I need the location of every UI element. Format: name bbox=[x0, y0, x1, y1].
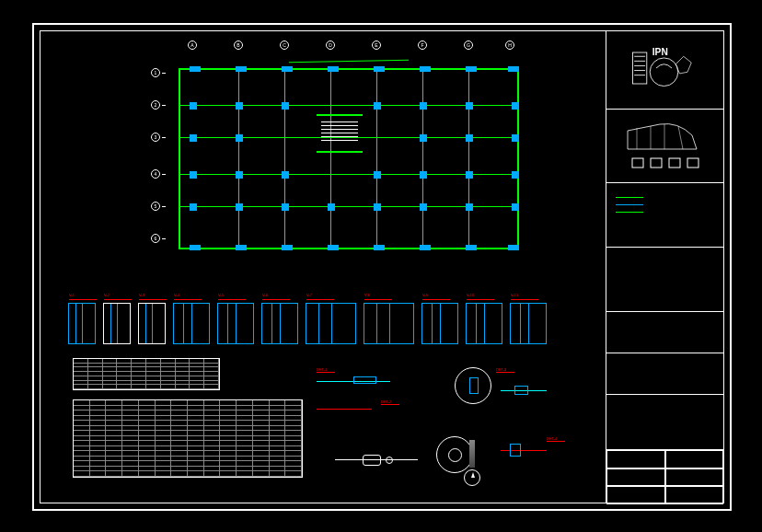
elev-label: V-1 bbox=[69, 293, 97, 300]
column bbox=[282, 66, 293, 72]
detail-box bbox=[514, 386, 528, 395]
column bbox=[236, 245, 247, 250]
tick bbox=[162, 73, 166, 74]
wall bbox=[179, 68, 180, 249]
column bbox=[374, 245, 385, 250]
elev-label: V-6 bbox=[262, 293, 290, 300]
schedule-table-2 bbox=[73, 399, 303, 478]
elev-label: V-2 bbox=[104, 293, 132, 300]
elevation: V-8 bbox=[364, 303, 414, 344]
elevation: V-2 bbox=[103, 303, 131, 344]
column bbox=[466, 66, 477, 72]
column bbox=[282, 102, 289, 110]
column bbox=[512, 102, 519, 110]
column bbox=[420, 134, 427, 142]
column bbox=[420, 102, 427, 110]
title-logo-cell: IPN bbox=[606, 31, 723, 110]
column bbox=[328, 66, 339, 72]
elevation: V-9 bbox=[421, 303, 458, 344]
detail-box bbox=[510, 444, 521, 457]
title-keyplan-cell bbox=[606, 110, 723, 183]
title-legend-cell bbox=[606, 183, 723, 248]
wall bbox=[422, 68, 423, 248]
elevations-row: V-1 V-2 V-3 V-4 V-5 V-6 V-7 V-8 V-9 V-10… bbox=[68, 289, 602, 344]
title-cell-5 bbox=[606, 312, 723, 353]
column bbox=[282, 203, 289, 211]
detail-section bbox=[469, 377, 479, 394]
tick bbox=[162, 174, 166, 175]
tick bbox=[162, 105, 166, 106]
wall bbox=[238, 68, 239, 248]
column bbox=[466, 134, 473, 142]
svg-rect-14 bbox=[669, 158, 680, 168]
grid-bubble: 3 bbox=[151, 133, 160, 142]
annotation: DET-2 bbox=[381, 399, 399, 405]
grid-bubble: 2 bbox=[151, 100, 160, 110]
column bbox=[466, 102, 473, 110]
elev-label: V-11 bbox=[511, 293, 538, 300]
annotation: DET-3 bbox=[496, 367, 514, 373]
elev-label: V-10 bbox=[467, 293, 494, 300]
elevation: V-11 bbox=[510, 303, 547, 344]
column bbox=[236, 171, 243, 179]
grid-bubble: 5 bbox=[151, 202, 160, 211]
grid-bubble: 1 bbox=[151, 68, 160, 77]
elevation: V-7 bbox=[306, 303, 356, 344]
column bbox=[190, 245, 201, 250]
elev-label: V-7 bbox=[306, 293, 334, 300]
column bbox=[512, 171, 519, 179]
svg-rect-0 bbox=[633, 52, 647, 84]
column bbox=[282, 171, 289, 179]
wall bbox=[330, 68, 331, 248]
grid-bubble: B bbox=[234, 40, 243, 50]
elevation: V-10 bbox=[466, 303, 502, 344]
drawing-area[interactable]: A B C D E F G H 1 2 3 4 5 6 bbox=[40, 31, 609, 503]
grid-bubble: G bbox=[464, 40, 473, 50]
svg-line-11 bbox=[678, 126, 683, 149]
logo-icon: IPN bbox=[625, 40, 703, 96]
legend-item bbox=[616, 212, 643, 213]
column bbox=[236, 102, 243, 110]
grid-bubble: C bbox=[280, 40, 289, 50]
detail-inner bbox=[448, 448, 462, 462]
svg-rect-15 bbox=[687, 158, 698, 168]
grid-bubble: E bbox=[372, 40, 381, 50]
column bbox=[236, 134, 243, 142]
column bbox=[190, 203, 197, 211]
elev-label: V-5 bbox=[218, 293, 246, 300]
wall bbox=[317, 114, 363, 116]
column bbox=[420, 203, 427, 211]
column bbox=[190, 134, 197, 142]
column bbox=[420, 66, 431, 72]
title-cell-4 bbox=[606, 248, 723, 312]
elevation: V-5 bbox=[217, 303, 254, 344]
column bbox=[236, 203, 243, 211]
column bbox=[328, 245, 339, 250]
stair bbox=[321, 119, 358, 146]
elevation: V-1 bbox=[68, 303, 96, 344]
detail-line bbox=[501, 450, 547, 451]
column bbox=[512, 134, 519, 142]
svg-rect-12 bbox=[632, 158, 643, 168]
column bbox=[466, 203, 473, 211]
column bbox=[466, 245, 477, 250]
column bbox=[420, 171, 427, 179]
title-cell-6 bbox=[606, 353, 723, 395]
title-block: IPN bbox=[606, 31, 723, 503]
wall bbox=[284, 68, 285, 248]
detail-box bbox=[353, 376, 376, 384]
column bbox=[374, 171, 381, 179]
mechanical-detail bbox=[335, 450, 418, 473]
column bbox=[282, 245, 293, 250]
floor-plan[interactable]: A B C D E F G H 1 2 3 4 5 6 bbox=[151, 40, 528, 266]
tick bbox=[162, 137, 166, 138]
column bbox=[328, 203, 335, 211]
elev-label: V-8 bbox=[364, 293, 392, 300]
tick bbox=[162, 238, 166, 239]
grid-bubble: 6 bbox=[151, 234, 160, 243]
title-cell-7 bbox=[606, 395, 723, 450]
column bbox=[508, 245, 519, 250]
column bbox=[420, 245, 431, 250]
column bbox=[190, 171, 197, 179]
grid-bubble: A bbox=[188, 40, 197, 50]
